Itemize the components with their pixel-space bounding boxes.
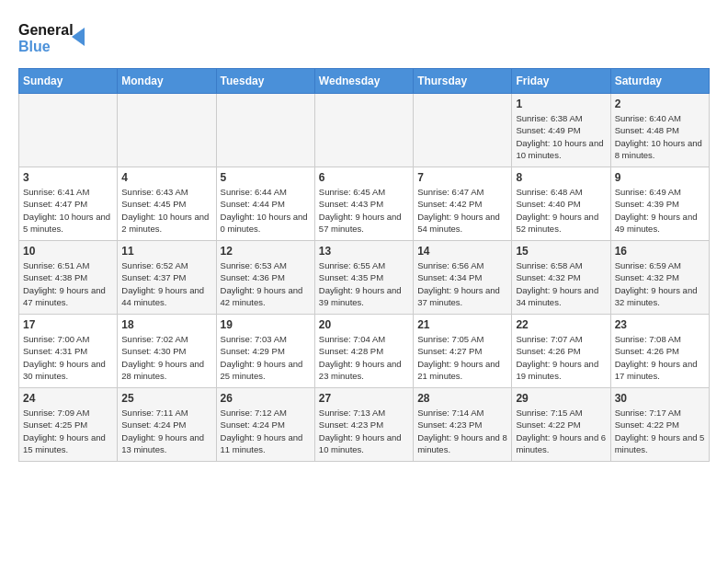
day-number: 24: [23, 392, 113, 405]
day-number: 17: [23, 318, 113, 331]
calendar-cell: 13Sunrise: 6:55 AM Sunset: 4:35 PM Dayli…: [314, 241, 413, 315]
day-info: Sunrise: 7:08 AM Sunset: 4:26 PM Dayligh…: [615, 333, 705, 382]
header-row: SundayMondayTuesdayWednesdayThursdayFrid…: [19, 69, 710, 94]
day-number: 13: [319, 245, 409, 258]
calendar-cell: [314, 94, 413, 167]
day-number: 25: [121, 392, 211, 405]
day-number: 18: [121, 318, 211, 331]
day-number: 11: [121, 245, 211, 258]
calendar-week-2: 3Sunrise: 6:41 AM Sunset: 4:47 PM Daylig…: [19, 167, 710, 241]
day-info: Sunrise: 6:44 AM Sunset: 4:44 PM Dayligh…: [221, 186, 311, 235]
calendar-cell: [216, 94, 314, 167]
day-info: Sunrise: 7:11 AM Sunset: 4:24 PM Dayligh…: [121, 407, 211, 455]
calendar-week-1: 1Sunrise: 6:38 AM Sunset: 4:49 PM Daylig…: [19, 94, 710, 167]
calendar-cell: 26Sunrise: 7:12 AM Sunset: 4:24 PM Dayli…: [216, 388, 314, 462]
day-info: Sunrise: 7:02 AM Sunset: 4:30 PM Dayligh…: [121, 333, 211, 382]
calendar-week-4: 17Sunrise: 7:00 AM Sunset: 4:31 PM Dayli…: [19, 315, 710, 388]
header: GeneralBlue: [18, 18, 710, 59]
day-number: 12: [221, 245, 311, 258]
day-number: 29: [516, 392, 606, 405]
day-info: Sunrise: 6:58 AM Sunset: 4:32 PM Dayligh…: [516, 259, 606, 308]
calendar-cell: 27Sunrise: 7:13 AM Sunset: 4:23 PM Dayli…: [314, 388, 413, 462]
day-info: Sunrise: 6:53 AM Sunset: 4:36 PM Dayligh…: [221, 259, 311, 308]
day-number: 1: [516, 98, 606, 110]
day-number: 16: [615, 245, 705, 258]
calendar-cell: 22Sunrise: 7:07 AM Sunset: 4:26 PM Dayli…: [512, 315, 610, 388]
day-info: Sunrise: 6:38 AM Sunset: 4:49 PM Dayligh…: [516, 112, 606, 161]
calendar-cell: 21Sunrise: 7:05 AM Sunset: 4:27 PM Dayli…: [414, 315, 512, 388]
logo: GeneralBlue: [18, 18, 92, 59]
day-info: Sunrise: 6:56 AM Sunset: 4:34 PM Dayligh…: [417, 259, 507, 308]
day-header-tuesday: Tuesday: [216, 69, 314, 94]
day-number: 26: [221, 392, 311, 405]
day-header-wednesday: Wednesday: [314, 69, 413, 94]
day-info: Sunrise: 6:41 AM Sunset: 4:47 PM Dayligh…: [23, 186, 113, 235]
svg-marker-2: [72, 28, 85, 46]
calendar-cell: 12Sunrise: 6:53 AM Sunset: 4:36 PM Dayli…: [216, 241, 314, 315]
day-info: Sunrise: 6:48 AM Sunset: 4:40 PM Dayligh…: [516, 186, 606, 235]
day-number: 6: [319, 171, 409, 184]
calendar-cell: 29Sunrise: 7:15 AM Sunset: 4:22 PM Dayli…: [512, 388, 610, 462]
day-info: Sunrise: 6:59 AM Sunset: 4:32 PM Dayligh…: [615, 259, 705, 308]
day-info: Sunrise: 7:12 AM Sunset: 4:24 PM Dayligh…: [221, 407, 311, 455]
day-number: 7: [417, 171, 507, 184]
calendar-cell: [19, 94, 118, 167]
day-number: 21: [417, 318, 507, 331]
calendar-cell: 4Sunrise: 6:43 AM Sunset: 4:45 PM Daylig…: [118, 167, 216, 241]
calendar-cell: 20Sunrise: 7:04 AM Sunset: 4:28 PM Dayli…: [314, 315, 413, 388]
calendar-cell: 2Sunrise: 6:40 AM Sunset: 4:48 PM Daylig…: [610, 94, 709, 167]
day-info: Sunrise: 7:13 AM Sunset: 4:23 PM Dayligh…: [319, 407, 409, 455]
logo-svg: GeneralBlue: [18, 18, 92, 59]
day-number: 23: [615, 318, 705, 331]
calendar-cell: 19Sunrise: 7:03 AM Sunset: 4:29 PM Dayli…: [216, 315, 314, 388]
day-header-sunday: Sunday: [19, 69, 118, 94]
calendar-cell: 16Sunrise: 6:59 AM Sunset: 4:32 PM Dayli…: [610, 241, 709, 315]
day-header-monday: Monday: [118, 69, 216, 94]
calendar-cell: 3Sunrise: 6:41 AM Sunset: 4:47 PM Daylig…: [19, 167, 118, 241]
calendar-cell: 7Sunrise: 6:47 AM Sunset: 4:42 PM Daylig…: [414, 167, 512, 241]
calendar-week-3: 10Sunrise: 6:51 AM Sunset: 4:38 PM Dayli…: [19, 241, 710, 315]
day-number: 10: [23, 245, 113, 258]
day-info: Sunrise: 6:43 AM Sunset: 4:45 PM Dayligh…: [121, 186, 211, 235]
calendar-cell: 11Sunrise: 6:52 AM Sunset: 4:37 PM Dayli…: [118, 241, 216, 315]
svg-text:General: General: [18, 22, 74, 38]
day-info: Sunrise: 7:09 AM Sunset: 4:25 PM Dayligh…: [23, 407, 113, 455]
day-info: Sunrise: 6:49 AM Sunset: 4:39 PM Dayligh…: [615, 186, 705, 235]
day-info: Sunrise: 7:14 AM Sunset: 4:23 PM Dayligh…: [417, 407, 507, 455]
day-header-saturday: Saturday: [610, 69, 709, 94]
day-info: Sunrise: 7:15 AM Sunset: 4:22 PM Dayligh…: [516, 407, 606, 455]
day-number: 8: [516, 171, 606, 184]
calendar-cell: 10Sunrise: 6:51 AM Sunset: 4:38 PM Dayli…: [19, 241, 118, 315]
day-number: 27: [319, 392, 409, 405]
day-info: Sunrise: 7:03 AM Sunset: 4:29 PM Dayligh…: [221, 333, 311, 382]
calendar-cell: 23Sunrise: 7:08 AM Sunset: 4:26 PM Dayli…: [610, 315, 709, 388]
day-number: 2: [615, 98, 705, 110]
day-number: 4: [121, 171, 211, 184]
day-number: 9: [615, 171, 705, 184]
calendar-cell: 5Sunrise: 6:44 AM Sunset: 4:44 PM Daylig…: [216, 167, 314, 241]
day-info: Sunrise: 6:47 AM Sunset: 4:42 PM Dayligh…: [417, 186, 507, 235]
calendar-cell: 15Sunrise: 6:58 AM Sunset: 4:32 PM Dayli…: [512, 241, 610, 315]
day-info: Sunrise: 6:51 AM Sunset: 4:38 PM Dayligh…: [23, 259, 113, 308]
calendar-table: SundayMondayTuesdayWednesdayThursdayFrid…: [18, 68, 710, 462]
calendar-cell: [414, 94, 512, 167]
calendar-cell: 18Sunrise: 7:02 AM Sunset: 4:30 PM Dayli…: [118, 315, 216, 388]
calendar-cell: 17Sunrise: 7:00 AM Sunset: 4:31 PM Dayli…: [19, 315, 118, 388]
calendar-cell: 1Sunrise: 6:38 AM Sunset: 4:49 PM Daylig…: [512, 94, 610, 167]
day-header-thursday: Thursday: [414, 69, 512, 94]
day-info: Sunrise: 7:07 AM Sunset: 4:26 PM Dayligh…: [516, 333, 606, 382]
day-info: Sunrise: 7:00 AM Sunset: 4:31 PM Dayligh…: [23, 333, 113, 382]
day-info: Sunrise: 6:45 AM Sunset: 4:43 PM Dayligh…: [319, 186, 409, 235]
day-number: 3: [23, 171, 113, 184]
day-number: 28: [417, 392, 507, 405]
svg-text:Blue: Blue: [18, 39, 51, 54]
day-info: Sunrise: 7:04 AM Sunset: 4:28 PM Dayligh…: [319, 333, 409, 382]
day-info: Sunrise: 6:40 AM Sunset: 4:48 PM Dayligh…: [615, 112, 705, 161]
calendar-week-5: 24Sunrise: 7:09 AM Sunset: 4:25 PM Dayli…: [19, 388, 710, 462]
day-number: 14: [417, 245, 507, 258]
day-number: 5: [221, 171, 311, 184]
calendar-cell: 14Sunrise: 6:56 AM Sunset: 4:34 PM Dayli…: [414, 241, 512, 315]
day-info: Sunrise: 6:55 AM Sunset: 4:35 PM Dayligh…: [319, 259, 409, 308]
calendar-cell: [118, 94, 216, 167]
day-number: 22: [516, 318, 606, 331]
